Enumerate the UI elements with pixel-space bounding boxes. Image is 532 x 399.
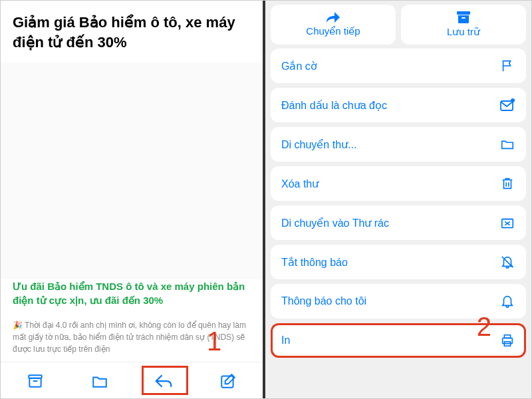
mail-view-panel: Giảm giá Bảo hiểm ô tô, xe máy điện tử đ… (1, 1, 265, 398)
print-label: In (281, 334, 290, 346)
bell-off-icon (499, 254, 515, 270)
step1-highlight (142, 366, 188, 395)
forward-label: Chuyển tiếp (306, 25, 360, 37)
bottom-toolbar (1, 362, 263, 398)
mark-unread-item[interactable]: Đánh dấu là chưa đọc (271, 88, 526, 122)
svg-rect-1 (30, 378, 41, 387)
mute-item[interactable]: Tắt thông báo (271, 245, 526, 279)
move-mail-item[interactable]: Di chuyển thư... (271, 127, 526, 162)
mail-subject: Giảm giá Bảo hiểm ô tô, xe máy điện tử đ… (13, 13, 251, 52)
svg-rect-4 (457, 11, 470, 15)
compose-button[interactable] (208, 369, 248, 393)
archive-label: Lưu trữ (447, 26, 480, 38)
move-junk-label: Di chuyển vào Thư rác (281, 217, 389, 229)
flag-item[interactable]: Gắn cờ (271, 49, 526, 83)
archive-icon (455, 10, 472, 25)
archive-button[interactable] (15, 369, 55, 393)
mark-unread-label: Đánh dấu là chưa đọc (281, 99, 387, 112)
forward-card[interactable]: Chuyển tiếp (271, 5, 396, 45)
folder-icon (499, 136, 515, 152)
move-junk-item[interactable]: Di chuyển vào Thư rác (271, 205, 526, 240)
print-icon (499, 332, 515, 348)
step1-number: 1 (207, 327, 221, 356)
svg-rect-3 (221, 376, 233, 387)
bell-icon (499, 293, 515, 309)
mail-unread-icon (499, 97, 515, 113)
archive-box-icon (27, 372, 44, 390)
compose-icon (219, 372, 237, 390)
mute-label: Tắt thông báo (281, 256, 348, 269)
archive-card[interactable]: Lưu trữ (401, 5, 526, 45)
trash-icon (499, 176, 515, 192)
move-mail-label: Di chuyển thư... (281, 138, 356, 151)
flag-icon (499, 58, 515, 74)
delete-mail-item[interactable]: Xóa thư (271, 166, 526, 201)
svg-point-7 (511, 98, 515, 102)
junk-icon (499, 215, 515, 231)
action-sheet-panel: Chuyển tiếp Lưu trữ Gắn cờ Đánh dấu là c… (265, 1, 531, 398)
notify-me-label: Thông báo cho tôi (281, 295, 366, 307)
forward-icon (325, 11, 342, 24)
mail-body-spacer (1, 63, 263, 279)
svg-rect-5 (462, 17, 466, 19)
folder-icon (91, 372, 108, 390)
step2-number: 2 (477, 312, 491, 342)
folder-button[interactable] (80, 369, 120, 393)
flag-label: Gắn cờ (281, 60, 317, 72)
promo-heading: Ưu đãi Bảo hiểm TNDS ô tô và xe máy phiê… (13, 279, 251, 307)
delete-mail-label: Xóa thư (281, 178, 319, 190)
